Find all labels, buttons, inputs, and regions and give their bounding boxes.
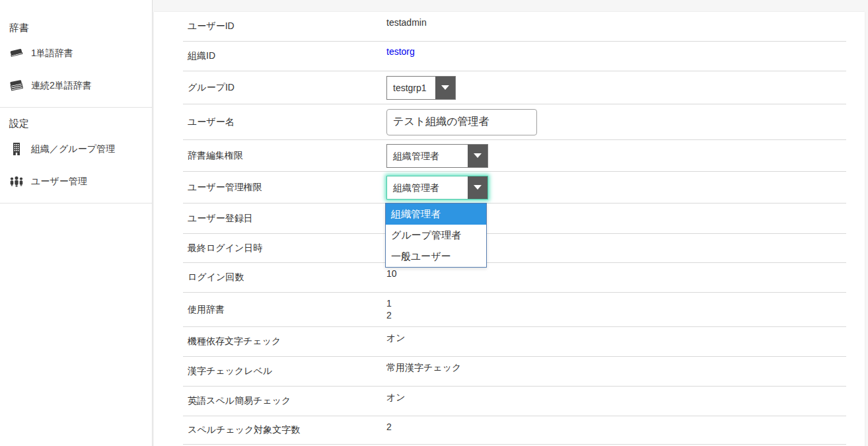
row-login-count: ログイン回数 10: [183, 263, 846, 293]
sidebar-item-two-word-dictionary[interactable]: 連続2単語辞書: [0, 71, 152, 100]
group-id-select-button[interactable]: [435, 77, 455, 99]
field-label: グループID: [183, 82, 385, 94]
page: 辞書 1単語辞書: [0, 0, 868, 446]
field-label: ユーザー管理権限: [183, 182, 385, 194]
row-user-name: ユーザー名: [183, 104, 846, 140]
chevron-down-icon: [474, 185, 482, 190]
row-registration-date: ユーザー登録日: [183, 204, 846, 234]
sidebar-section-settings: 設定: [0, 116, 152, 131]
org-id-link[interactable]: testorg: [386, 46, 415, 57]
field-label: ユーザー名: [183, 116, 385, 128]
row-org-id: 組織ID testorg: [183, 42, 846, 71]
row-user-mgmt-permission: ユーザー管理権限 組織管理者 組織管理者 グループ管理者 一般ユーザー: [183, 172, 846, 204]
field-label: ログイン回数: [183, 272, 385, 283]
sidebar-item-label: ユーザー管理: [31, 176, 87, 188]
row-group-id: グループID testgrp1: [183, 71, 846, 104]
row-kanji-check-level: 漢字チェックレベル 常用漢字チェック: [183, 357, 846, 387]
english-spell-check-value: オン: [386, 391, 406, 403]
option-org-admin[interactable]: 組織管理者: [386, 204, 486, 225]
user-mgmt-permission-select[interactable]: 組織管理者: [386, 176, 488, 200]
row-last-login: 最終ログイン日時: [183, 234, 846, 263]
row-english-spell-check: 英語スペル簡易チェック オン: [183, 387, 846, 416]
option-group-admin[interactable]: グループ管理者: [386, 225, 486, 246]
group-id-selected-value: testgrp1: [387, 77, 427, 99]
main-content: ユーザーID testadmin 組織ID testorg グループID: [153, 0, 868, 446]
row-dictionaries-used: 使用辞書 1 2: [183, 293, 846, 327]
login-count-value: 10: [386, 268, 397, 279]
field-label: 組織ID: [183, 50, 385, 62]
sidebar-item-label: 連続2単語辞書: [31, 80, 92, 92]
dict-edit-permission-select[interactable]: 組織管理者: [386, 144, 488, 168]
sidebar-item-org-group-management[interactable]: 組織／グループ管理: [0, 134, 152, 164]
row-platform-char-check: 機種依存文字チェック オン: [183, 327, 846, 357]
book-icon: [9, 47, 24, 60]
sidebar-divider: [0, 107, 152, 108]
user-mgmt-permission-option-list: 組織管理者 グループ管理者 一般ユーザー: [385, 203, 487, 268]
dictionary-number: 2: [386, 309, 392, 321]
row-spellcheck-char-count: スペルチェック対象文字数 2: [183, 416, 846, 445]
user-mgmt-permission-value: 組織管理者: [387, 176, 439, 199]
sidebar: 辞書 1単語辞書: [0, 0, 153, 446]
sidebar-item-label: 1単語辞書: [31, 48, 73, 59]
field-label: ユーザーID: [183, 20, 385, 32]
dictionary-number: 1: [386, 297, 392, 309]
user-name-input[interactable]: [386, 109, 537, 135]
field-label: 使用辞書: [183, 304, 385, 316]
field-label: 最終ログイン日時: [183, 242, 385, 254]
field-label: 辞書編集権限: [183, 150, 385, 162]
spellcheck-char-count-value: 2: [386, 421, 392, 433]
field-label: ユーザー登録日: [183, 213, 385, 225]
sidebar-section-dictionary: 辞書: [0, 20, 152, 36]
user-mgmt-permission-select-button[interactable]: [468, 176, 488, 199]
user-detail-card: ユーザーID testadmin 組織ID testorg グループID: [154, 12, 865, 446]
option-general-user[interactable]: 一般ユーザー: [386, 246, 486, 267]
dict-edit-permission-select-button[interactable]: [468, 145, 488, 167]
chevron-down-icon: [441, 85, 449, 90]
sidebar-item-user-management[interactable]: ユーザー管理: [0, 167, 152, 196]
field-label: 漢字チェックレベル: [183, 365, 385, 377]
chevron-down-icon: [474, 153, 482, 158]
sidebar-item-single-word-dictionary[interactable]: 1単語辞書: [0, 38, 152, 68]
user-id-value: testadmin: [386, 17, 427, 28]
field-label: 英語スペル簡易チェック: [183, 395, 385, 407]
sidebar-divider: [0, 203, 152, 204]
kanji-check-level-value: 常用漢字チェック: [386, 361, 461, 373]
field-label: 機種依存文字チェック: [183, 336, 385, 348]
users-icon: [9, 175, 24, 188]
building-icon: [9, 143, 24, 156]
dictionaries-used-value: 1 2: [386, 297, 392, 321]
group-id-select[interactable]: testgrp1: [386, 76, 456, 100]
user-detail-table: ユーザーID testadmin 組織ID testorg グループID: [183, 12, 846, 445]
row-dict-edit-permission: 辞書編集権限 組織管理者: [183, 140, 846, 172]
platform-char-check-value: オン: [386, 332, 406, 344]
dict-edit-permission-value: 組織管理者: [387, 145, 439, 167]
field-label: スペルチェック対象文字数: [183, 424, 385, 436]
sidebar-item-label: 組織／グループ管理: [31, 143, 115, 155]
books-icon: [9, 79, 24, 93]
row-user-id: ユーザーID testadmin: [183, 12, 846, 42]
